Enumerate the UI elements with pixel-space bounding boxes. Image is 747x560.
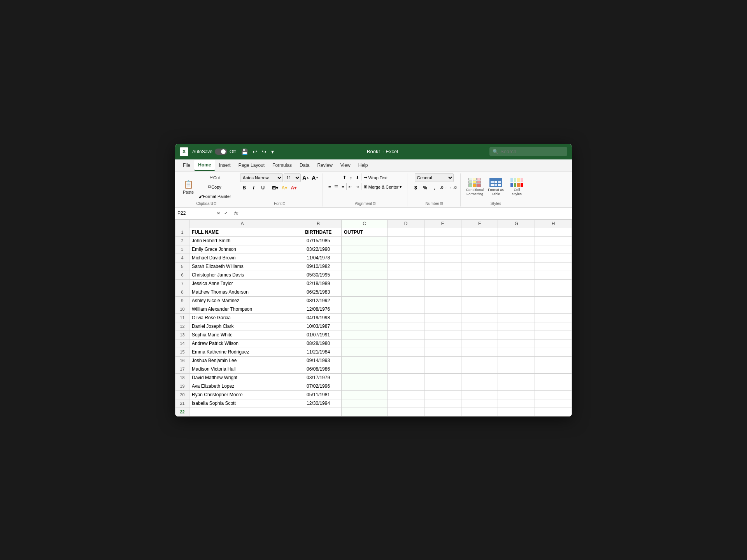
cell-H[interactable] [535, 348, 572, 356]
fill-color-button[interactable]: A▾ [280, 184, 289, 192]
cell-a[interactable]: Emily Grace Johnson [189, 245, 295, 254]
cell-H[interactable] [535, 305, 572, 313]
row-number[interactable]: 2 [175, 236, 189, 245]
cell-E[interactable] [424, 382, 461, 390]
merge-center-button[interactable]: ⊞ Merge & Center ▾ [362, 183, 404, 191]
row-number[interactable]: 12 [175, 322, 189, 331]
cell-a[interactable]: David Matthew Wright [189, 373, 295, 382]
more-functions-button[interactable]: ⋮ [208, 209, 214, 217]
cell-F[interactable] [461, 399, 498, 408]
cell-D[interactable] [388, 373, 424, 382]
cell-G[interactable] [498, 271, 535, 279]
cell-H[interactable] [535, 288, 572, 296]
cell-H[interactable] [535, 296, 572, 305]
cell-D[interactable] [388, 228, 424, 236]
cell-G[interactable] [498, 322, 535, 331]
cell-a[interactable]: FULL NAME [189, 228, 295, 236]
row-number[interactable]: 16 [175, 356, 189, 365]
cell-c[interactable]: OUTPUT [341, 228, 387, 236]
row-number[interactable]: 17 [175, 365, 189, 373]
cell-b[interactable]: 12/08/1976 [295, 305, 341, 313]
font-expand-icon[interactable]: ⊡ [282, 201, 286, 205]
menu-insert[interactable]: Insert [215, 160, 235, 170]
cell-c[interactable] [341, 279, 387, 288]
cell-E[interactable] [424, 305, 461, 313]
cell-G[interactable] [498, 262, 535, 271]
cell-G[interactable] [498, 399, 535, 408]
cell-G[interactable] [498, 313, 535, 322]
col-header-d[interactable]: D [388, 219, 424, 228]
cell-E[interactable] [424, 390, 461, 399]
cell-D[interactable] [388, 382, 424, 390]
cell-a[interactable] [189, 408, 295, 416]
cell-D[interactable] [388, 296, 424, 305]
border-button[interactable]: ⊞▾ [271, 184, 279, 192]
cell-F[interactable] [461, 262, 498, 271]
accounting-button[interactable]: $ [411, 184, 420, 192]
cell-b[interactable]: 07/15/1985 [295, 236, 341, 245]
cell-E[interactable] [424, 271, 461, 279]
cell-F[interactable] [461, 296, 498, 305]
cell-c[interactable] [341, 373, 387, 382]
align-right-button[interactable]: ≡ [340, 183, 345, 191]
cell-G[interactable] [498, 382, 535, 390]
cell-F[interactable] [461, 408, 498, 416]
row-number[interactable]: 18 [175, 373, 189, 382]
cell-H[interactable] [535, 373, 572, 382]
cell-G[interactable] [498, 365, 535, 373]
cell-b[interactable]: 12/30/1994 [295, 399, 341, 408]
cell-b[interactable]: 11/04/1978 [295, 254, 341, 262]
row-number[interactable]: 9 [175, 296, 189, 305]
cell-c[interactable] [341, 313, 387, 322]
cell-b[interactable]: 11/21/1984 [295, 348, 341, 356]
paste-button[interactable]: 📋 Paste [181, 177, 196, 197]
cell-G[interactable] [498, 228, 535, 236]
cell-c[interactable] [341, 322, 387, 331]
cell-F[interactable] [461, 254, 498, 262]
row-number[interactable]: 4 [175, 254, 189, 262]
cell-E[interactable] [424, 288, 461, 296]
cell-E[interactable] [424, 365, 461, 373]
row-number[interactable]: 8 [175, 288, 189, 296]
cell-a[interactable]: Ryan Christopher Moore [189, 390, 295, 399]
cell-D[interactable] [388, 390, 424, 399]
cell-E[interactable] [424, 348, 461, 356]
cell-b[interactable]: 08/28/1980 [295, 339, 341, 348]
menu-help[interactable]: Help [354, 160, 372, 170]
font-size-select[interactable]: 11 [284, 173, 301, 182]
cell-H[interactable] [535, 279, 572, 288]
clipboard-expand-icon[interactable]: ⊡ [214, 201, 217, 205]
cell-H[interactable] [535, 408, 572, 416]
font-name-select[interactable]: Aptos Narrow [240, 173, 283, 182]
col-header-c[interactable]: C [341, 219, 387, 228]
increase-font-size-button[interactable]: A▲ [302, 173, 310, 182]
row-number[interactable]: 5 [175, 262, 189, 271]
cell-G[interactable] [498, 408, 535, 416]
cell-b[interactable]: 01/07/1991 [295, 331, 341, 339]
cell-D[interactable] [388, 408, 424, 416]
bold-button[interactable]: B [240, 184, 249, 192]
cell-F[interactable] [461, 279, 498, 288]
cell-a[interactable]: Sarah Elizabeth Williams [189, 262, 295, 271]
cell-G[interactable] [498, 236, 535, 245]
row-number[interactable]: 7 [175, 279, 189, 288]
cell-F[interactable] [461, 356, 498, 365]
col-header-a[interactable]: A [189, 219, 295, 228]
cell-G[interactable] [498, 279, 535, 288]
cell-c[interactable] [341, 382, 387, 390]
cell-G[interactable] [498, 339, 535, 348]
cell-b[interactable]: 09/14/1993 [295, 356, 341, 365]
row-number[interactable]: 13 [175, 331, 189, 339]
cell-c[interactable] [341, 296, 387, 305]
cell-E[interactable] [424, 331, 461, 339]
cell-a[interactable]: John Robert Smith [189, 236, 295, 245]
cell-G[interactable] [498, 245, 535, 254]
cell-G[interactable] [498, 356, 535, 365]
menu-file[interactable]: File [179, 160, 194, 170]
row-number[interactable]: 22 [175, 408, 189, 416]
cut-button[interactable]: ✂ Cut [197, 173, 233, 182]
cell-c[interactable] [341, 365, 387, 373]
comma-button[interactable]: , [430, 184, 438, 192]
menu-review[interactable]: Review [313, 160, 336, 170]
cell-b[interactable]: 06/08/1986 [295, 365, 341, 373]
